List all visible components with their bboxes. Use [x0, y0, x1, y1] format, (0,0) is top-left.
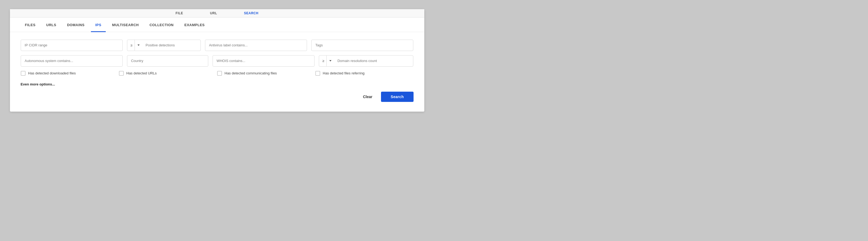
- tags-input[interactable]: [311, 39, 413, 51]
- tab-urls[interactable]: URLS: [42, 18, 61, 32]
- chevron-down-icon: [137, 45, 140, 46]
- checkbox-files-referring-box[interactable]: [315, 71, 320, 76]
- search-button[interactable]: Search: [381, 92, 413, 102]
- ip-cidr-input[interactable]: [21, 39, 123, 51]
- chevron-down-icon: [329, 60, 332, 61]
- autonomous-system-input[interactable]: [21, 55, 123, 66]
- domain-operator[interactable]: ≥: [319, 56, 327, 66]
- tab-row: FILES URLS DOMAINS IPS MULTISEARCH COLLE…: [10, 18, 424, 32]
- top-nav-search[interactable]: SEARCH: [244, 11, 258, 15]
- checkbox-communicating-files: Has detected communicating files: [217, 71, 315, 76]
- checkbox-row: Has detected downloaded files Has detect…: [21, 71, 413, 76]
- input-row-1: ≥: [21, 39, 413, 51]
- tab-files[interactable]: FILES: [21, 18, 40, 32]
- checkbox-detected-urls-box[interactable]: [119, 71, 124, 76]
- tab-ips[interactable]: IPS: [91, 18, 105, 32]
- domain-operator-chevron[interactable]: [327, 56, 334, 66]
- antivirus-label-input[interactable]: [205, 39, 307, 51]
- positive-detections-group: ≥: [127, 39, 201, 51]
- country-input[interactable]: [127, 55, 208, 66]
- checkbox-downloaded-files-label: Has detected downloaded files: [28, 71, 76, 75]
- positive-detections-input[interactable]: [142, 40, 200, 51]
- clear-button[interactable]: Clear: [359, 92, 377, 102]
- top-nav: FILE URL SEARCH: [10, 9, 424, 18]
- positive-operator[interactable]: ≥: [127, 40, 135, 51]
- main-container: FILE URL SEARCH FILES URLS DOMAINS IPS M…: [10, 9, 424, 112]
- whois-input[interactable]: [213, 55, 314, 66]
- top-nav-file[interactable]: FILE: [176, 11, 183, 15]
- action-row: Clear Search: [21, 92, 413, 102]
- content-area: ≥ ≥: [10, 32, 424, 110]
- tab-examples[interactable]: EXAMPLES: [180, 18, 209, 32]
- checkbox-detected-urls: Has detected URLs: [119, 71, 217, 76]
- checkbox-files-referring-label: Has detected files referring: [323, 71, 365, 75]
- checkbox-communicating-files-box[interactable]: [217, 71, 222, 76]
- checkbox-communicating-files-label: Has detected communicating files: [225, 71, 277, 75]
- tab-domains[interactable]: DOMAINS: [63, 18, 89, 32]
- checkbox-detected-urls-label: Has detected URLs: [126, 71, 157, 75]
- domain-resolutions-input[interactable]: [334, 56, 413, 66]
- top-nav-url[interactable]: URL: [210, 11, 217, 15]
- tab-multisearch[interactable]: MULTISEARCH: [108, 18, 143, 32]
- domain-resolutions-group: ≥: [319, 55, 413, 66]
- checkbox-downloaded-files: Has detected downloaded files: [21, 71, 119, 76]
- checkbox-downloaded-files-box[interactable]: [21, 71, 26, 76]
- more-options-link[interactable]: Even more options...: [21, 82, 413, 86]
- positive-operator-chevron[interactable]: [135, 40, 142, 51]
- input-row-2: ≥: [21, 55, 413, 66]
- tab-collection[interactable]: COLLECTION: [145, 18, 178, 32]
- checkbox-files-referring: Has detected files referring: [315, 71, 413, 76]
